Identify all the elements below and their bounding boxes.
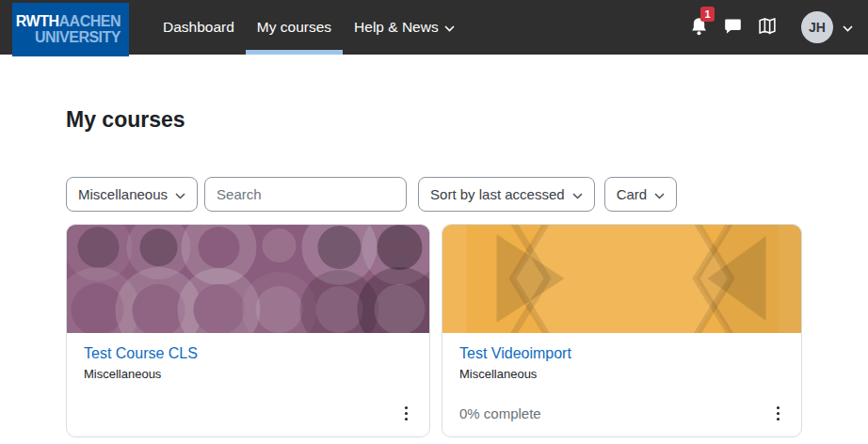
messages-button[interactable] xyxy=(723,16,743,40)
search-input[interactable] xyxy=(217,186,394,202)
course-card-grid: Test Course CLS Miscellaneous xyxy=(66,224,802,437)
user-menu[interactable]: JH xyxy=(801,11,853,43)
map-button[interactable] xyxy=(757,16,778,40)
map-icon xyxy=(757,16,778,40)
course-search-box[interactable] xyxy=(204,177,407,212)
course-filter-bar: Miscellaneous Sort by last accessed Card xyxy=(66,177,802,212)
sort-dropdown-label: Sort by last accessed xyxy=(430,186,565,202)
course-card-body: Test Course CLS Miscellaneous xyxy=(67,333,429,436)
nav-item-help-news[interactable]: Help & News xyxy=(343,0,466,55)
chevron-down-icon xyxy=(444,19,455,36)
rwth-logo[interactable]: RWTHAACHEN UNIVERSITY xyxy=(12,3,129,56)
view-mode-dropdown[interactable]: Card xyxy=(604,177,678,212)
course-category: Miscellaneous xyxy=(84,367,413,381)
chevron-down-icon xyxy=(654,186,665,202)
logo-line1: RWTHAACHEN xyxy=(16,14,121,29)
nav-item-label: Help & News xyxy=(354,19,439,36)
top-navbar: RWTHAACHEN UNIVERSITY Dashboard My cours… xyxy=(0,0,868,55)
main-content: My courses Miscellaneous Sort by last ac… xyxy=(0,107,868,437)
avatar[interactable]: JH xyxy=(801,11,833,43)
chevron-down-icon xyxy=(572,186,583,202)
primary-nav: Dashboard My courses Help & News xyxy=(152,0,466,55)
chat-icon xyxy=(723,16,743,40)
course-progress-text: 0% complete xyxy=(459,405,541,421)
course-card: Test Videoimport Miscellaneous 0% comple… xyxy=(442,224,802,437)
logo-aachen-text: AACHEN xyxy=(59,14,121,29)
course-actions-menu-icon[interactable] xyxy=(399,403,414,425)
course-link[interactable]: Test Videoimport xyxy=(459,345,785,362)
logo-university-text: UNIVERSITY xyxy=(35,30,121,45)
nav-item-dashboard[interactable]: Dashboard xyxy=(152,0,246,55)
page-title: My courses xyxy=(66,107,802,133)
category-filter-dropdown[interactable]: Miscellaneous xyxy=(66,177,198,212)
nav-item-my-courses[interactable]: My courses xyxy=(246,0,343,55)
chevron-down-icon xyxy=(175,186,185,202)
course-card-footer: 0% complete xyxy=(459,403,785,425)
navbar-icon-group: 1 JH xyxy=(689,0,853,55)
sort-dropdown[interactable]: Sort by last accessed xyxy=(418,177,595,212)
course-image-hexagon-pattern[interactable] xyxy=(442,225,801,333)
logo-rwth-text: RWTH xyxy=(16,14,59,29)
course-category: Miscellaneous xyxy=(459,367,785,381)
course-card-body: Test Videoimport Miscellaneous 0% comple… xyxy=(442,333,801,436)
course-card-footer xyxy=(84,403,413,425)
category-filter-label: Miscellaneous xyxy=(78,186,168,202)
chevron-down-icon xyxy=(843,19,853,36)
notifications-button[interactable]: 1 xyxy=(689,15,709,40)
course-actions-menu-icon[interactable] xyxy=(771,403,786,425)
course-link[interactable]: Test Course CLS xyxy=(84,345,413,362)
notification-count-badge: 1 xyxy=(700,7,715,22)
course-card: Test Course CLS Miscellaneous xyxy=(66,224,430,437)
nav-item-label: My courses xyxy=(257,19,331,36)
nav-item-label: Dashboard xyxy=(163,19,234,36)
course-image-circles-pattern[interactable] xyxy=(67,225,429,333)
view-mode-label: Card xyxy=(617,186,648,202)
